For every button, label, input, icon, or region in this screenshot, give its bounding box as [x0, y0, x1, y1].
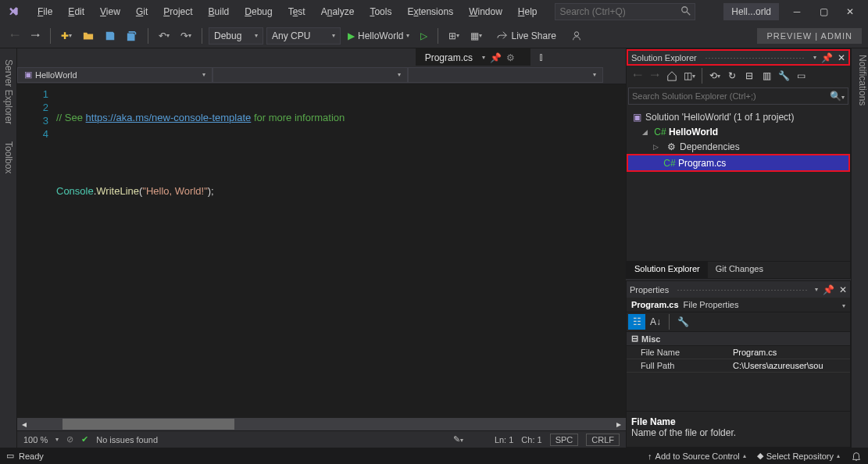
editor-tab[interactable]: Program.cs ▾ 📌 ⚙	[416, 48, 530, 66]
categorized-icon[interactable]: ☷	[628, 314, 645, 330]
open-button[interactable]	[79, 27, 98, 45]
menu-test[interactable]: Test	[280, 3, 313, 20]
output-icon[interactable]: ▭	[6, 451, 14, 461]
solution-node[interactable]: ▣ Solution 'HelloWorld' (1 of 1 project)	[627, 109, 850, 124]
menu-git[interactable]: Git	[128, 3, 155, 20]
pin-icon[interactable]: 📌	[821, 52, 833, 63]
back-icon[interactable]: ⭠	[630, 68, 645, 84]
bell-icon[interactable]	[851, 451, 862, 462]
redo-button[interactable]: ↷▾	[177, 27, 195, 45]
server-explorer-tab[interactable]: Server Explorer	[2, 55, 16, 129]
ln-label[interactable]: Ln: 1	[495, 435, 513, 444]
notifications-tab[interactable]: Notifications	[857, 55, 868, 105]
menu-debug[interactable]: Debug	[237, 3, 280, 20]
config-dropdown[interactable]: Debug▾	[209, 27, 263, 45]
menu-build[interactable]: Build	[201, 3, 238, 20]
eol-label[interactable]: CRLF	[586, 434, 620, 446]
zoom-level[interactable]: 100 %	[23, 435, 48, 444]
menu-file[interactable]: File	[30, 3, 60, 20]
expander-closed-icon[interactable]: ▷	[653, 143, 663, 151]
menu-extensions[interactable]: Extensions	[399, 3, 461, 20]
collapse-icon[interactable]: ⊟	[741, 68, 757, 84]
refresh-icon[interactable]: ↻	[724, 68, 740, 84]
expander-open-icon[interactable]: ◢	[642, 128, 652, 136]
preview-admin-label[interactable]: PREVIEW | ADMIN	[757, 28, 862, 44]
solution-search-input[interactable]	[632, 91, 830, 101]
split-icon[interactable]: ⫿	[535, 48, 548, 66]
category-misc[interactable]: ⊟Misc	[627, 332, 850, 346]
pin-icon[interactable]: 📌	[490, 52, 502, 63]
feedback-icon[interactable]	[567, 27, 586, 45]
menu-project[interactable]: Project	[155, 3, 200, 20]
properties-subject[interactable]: Program.cs File Properties ▾	[627, 298, 850, 312]
search-input[interactable]	[560, 6, 677, 17]
tab-git-changes[interactable]: Git Changes	[708, 262, 771, 278]
solution-tree[interactable]: ▣ Solution 'HelloWorld' (1 of 1 project)…	[627, 108, 850, 261]
home-icon[interactable]	[664, 68, 680, 84]
close-button[interactable]: ✕	[837, 2, 863, 21]
menu-tools[interactable]: Tools	[362, 3, 399, 20]
fwd-icon[interactable]: ⭢	[647, 68, 663, 84]
source-control-button[interactable]: ↑ Add to Source Control ▴	[648, 452, 746, 461]
indent-label[interactable]: SPC	[550, 434, 579, 446]
panel-menu-icon[interactable]: ▾	[815, 286, 818, 293]
nav-back-button[interactable]: ⭠	[6, 27, 23, 45]
new-item-button[interactable]: ✚▾	[57, 27, 76, 45]
project-node[interactable]: ◢ C# HelloWorld	[627, 124, 850, 139]
program-file-node[interactable]: C# Program.cs	[628, 155, 848, 170]
issues-label[interactable]: No issues found	[96, 435, 158, 444]
save-all-button[interactable]	[123, 27, 141, 45]
start-debug-button[interactable]: ▶ HelloWorld▾	[344, 27, 413, 45]
ch-label[interactable]: Ch: 1	[521, 435, 541, 444]
solution-search[interactable]: 🔍▾	[628, 87, 848, 105]
close-icon[interactable]: ✕	[839, 284, 847, 295]
undo-button[interactable]: ↶▾	[155, 27, 173, 45]
error-icon[interactable]: ⊘	[66, 434, 73, 444]
panel-menu-icon[interactable]: ▾	[813, 54, 816, 61]
menu-edit[interactable]: Edit	[60, 3, 92, 20]
nav-fwd-button[interactable]: ⭢	[27, 27, 44, 45]
save-button[interactable]	[101, 27, 120, 45]
tab-solution-explorer[interactable]: Solution Explorer	[627, 262, 708, 278]
start-nodebug-button[interactable]: ▷	[416, 27, 431, 45]
brush-icon[interactable]: ✎▾	[453, 434, 463, 444]
minimize-button[interactable]: ─	[784, 2, 810, 21]
quick-launch-search[interactable]	[555, 3, 695, 20]
menu-analyze[interactable]: Analyze	[313, 3, 363, 20]
pin-icon[interactable]: 📌	[823, 284, 834, 295]
maximize-button[interactable]: ▢	[810, 2, 837, 21]
menu-view[interactable]: View	[92, 3, 128, 20]
nav-member-dd[interactable]: ▾	[408, 67, 603, 83]
menu-help[interactable]: Help	[510, 3, 545, 20]
property-description: File Name Name of the file or folder.	[627, 411, 850, 447]
wrench-icon[interactable]: 🔧	[674, 314, 691, 330]
gear-icon[interactable]: ⚙	[506, 52, 515, 63]
editor-hscrollbar[interactable]: ◂▸	[17, 418, 626, 430]
platform-dropdown[interactable]: Any CPU▾	[266, 27, 341, 45]
property-grid[interactable]: ⊟Misc File NameProgram.cs Full PathC:\Us…	[627, 332, 850, 411]
nav-type-dd[interactable]: ▾	[213, 67, 408, 83]
code-editor[interactable]: 1 2 3 4 // See https://aka.ms/new-consol…	[17, 84, 626, 418]
toolbox-icon1[interactable]: ⊞▾	[445, 27, 463, 45]
select-repo-button[interactable]: ◆ Select Repository ▴	[757, 451, 840, 461]
solution-explorer-header[interactable]: Solution Explorer ▾ 📌 ✕	[627, 49, 850, 66]
solution-name-label[interactable]: Hell...orld	[723, 3, 779, 20]
csharp-project-icon: C#	[655, 127, 666, 137]
show-all-icon[interactable]: ▥	[759, 68, 774, 84]
menu-window[interactable]: Window	[461, 3, 510, 20]
dependencies-node[interactable]: ▷ ⚙ Dependencies	[627, 139, 850, 154]
live-share-button[interactable]: Live Share	[489, 30, 563, 41]
code-content[interactable]: // See https://aka.ms/new-console-templa…	[56, 84, 626, 418]
alphabetical-icon[interactable]: A↓	[647, 314, 664, 330]
properties-header[interactable]: Properties ▾ 📌 ✕	[627, 281, 850, 298]
nav-project-dd[interactable]: ▣ HelloWorld▾	[17, 67, 213, 83]
toolbox-tab[interactable]: Toolbox	[2, 137, 16, 178]
close-icon[interactable]: ✕	[838, 52, 845, 63]
properties-icon[interactable]: 🔧	[776, 68, 791, 84]
tab-more-icon[interactable]: ▾	[482, 54, 485, 61]
switch-view-icon[interactable]: ◫▾	[681, 68, 697, 84]
sync-icon[interactable]: ⟲▾	[707, 68, 723, 84]
toolbox-icon2[interactable]: ▦▾	[466, 27, 486, 45]
status-bar: ▭ Ready ↑ Add to Source Control ▴ ◆ Sele…	[0, 448, 868, 464]
preview-icon[interactable]: ▭	[793, 68, 809, 84]
